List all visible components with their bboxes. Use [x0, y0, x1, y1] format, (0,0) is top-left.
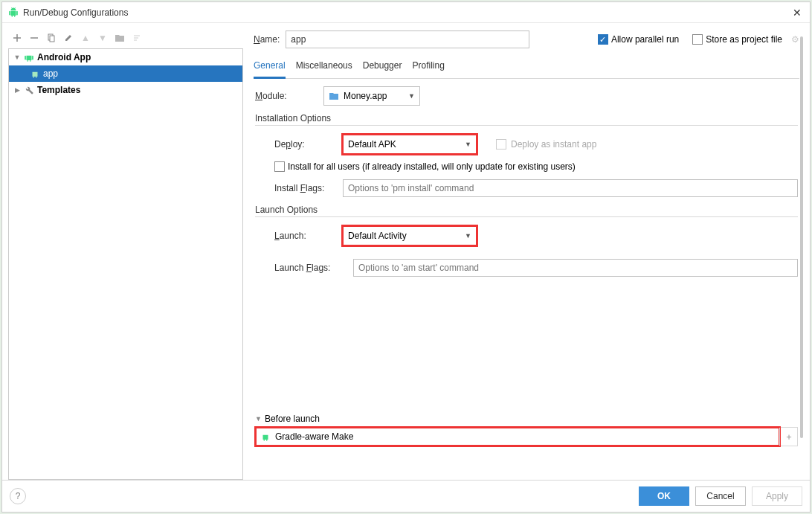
- before-launch-add-button[interactable]: ＋: [779, 428, 797, 446]
- name-input[interactable]: [286, 30, 529, 48]
- launch-options-title: Launch Options: [255, 205, 798, 215]
- deploy-label: Deploy:: [274, 139, 335, 150]
- tree-node-app[interactable]: app: [9, 65, 242, 82]
- titlebar: Run/Debug Configurations ✕: [2, 2, 810, 23]
- module-value: Money.app: [344, 91, 387, 101]
- scrollbar[interactable]: [799, 30, 804, 447]
- tree-label: Android App: [37, 52, 242, 62]
- deploy-instant-label: Deploy as instant app: [511, 139, 596, 150]
- divider: [255, 216, 798, 217]
- folder-icon: [329, 91, 339, 100]
- launch-flags-input[interactable]: [353, 259, 798, 277]
- tree-label: app: [43, 68, 242, 79]
- checkbox-icon: [274, 161, 285, 172]
- left-panel: ▲ ▼ ▼ Android App app ▶ Templat: [8, 30, 243, 480]
- move-up-button[interactable]: ▲: [80, 32, 91, 44]
- deploy-instant-checkbox: Deploy as instant app: [496, 139, 596, 150]
- right-panel: Name: ✓ Allow parallel run Store as proj…: [249, 30, 804, 480]
- module-label: Module:: [255, 91, 316, 101]
- divider: [255, 125, 798, 126]
- install-flags-label: Install Flags:: [274, 183, 335, 193]
- run-debug-config-dialog: Run/Debug Configurations ✕ ▲ ▼ ▼ Android…: [1, 1, 811, 513]
- remove-config-button[interactable]: [28, 32, 40, 44]
- dialog-title: Run/Debug Configurations: [23, 7, 790, 18]
- module-select[interactable]: Money.app ▼: [323, 86, 420, 106]
- tree-label: Templates: [37, 85, 242, 95]
- tree-node-android-app[interactable]: ▼ Android App: [9, 49, 242, 65]
- android-icon: [260, 431, 271, 442]
- android-icon: [8, 7, 19, 18]
- install-flags-input[interactable]: [343, 179, 798, 197]
- apply-button[interactable]: Apply: [752, 486, 802, 506]
- checkbox-icon: [692, 34, 703, 45]
- sort-button[interactable]: [131, 32, 143, 44]
- cancel-button[interactable]: Cancel: [695, 486, 746, 506]
- collapse-icon[interactable]: ▼: [255, 415, 262, 423]
- launch-value: Default Activity: [348, 231, 407, 241]
- chevron-down-icon: ▼: [408, 92, 415, 100]
- tab-debugger[interactable]: Debugger: [363, 56, 402, 78]
- checkbox-icon: ✓: [598, 34, 608, 45]
- store-as-project-checkbox[interactable]: Store as project file: [692, 34, 782, 45]
- allow-parallel-checkbox[interactable]: ✓ Allow parallel run: [598, 34, 679, 45]
- name-label: Name:: [254, 34, 280, 45]
- tab-miscellaneous[interactable]: Miscellaneous: [296, 56, 352, 78]
- edit-defaults-button[interactable]: [62, 32, 74, 44]
- folder-button[interactable]: [114, 32, 126, 44]
- svg-rect-1: [50, 36, 54, 42]
- chevron-down-icon: ▼: [465, 141, 471, 148]
- move-down-button[interactable]: ▼: [97, 32, 109, 44]
- launch-select[interactable]: Default Activity ▼: [343, 226, 477, 245]
- dialog-footer: ? OK Cancel Apply: [2, 480, 810, 512]
- launch-label: Launch:: [274, 231, 335, 241]
- add-config-button[interactable]: [11, 32, 23, 44]
- deploy-select[interactable]: Default APK ▼: [343, 135, 477, 154]
- config-tree[interactable]: ▼ Android App app ▶ Templates: [8, 48, 243, 480]
- before-launch-list: Gradle-aware Make ＋: [255, 427, 798, 446]
- deploy-value: Default APK: [348, 139, 396, 150]
- before-launch-section: ▼ Before launch Gradle-aware Make ＋: [255, 414, 798, 446]
- help-button[interactable]: ?: [10, 488, 26, 504]
- wrench-icon: [24, 85, 34, 95]
- general-tab-panel: Module: Money.app ▼ Installation Options…: [254, 79, 799, 480]
- checkbox-icon: [496, 139, 506, 150]
- close-button[interactable]: ✕: [790, 6, 804, 19]
- expand-icon: ▶: [12, 86, 22, 94]
- chevron-down-icon: ▼: [465, 232, 471, 240]
- expand-icon: ▼: [12, 54, 22, 61]
- tabs: General Miscellaneous Debugger Profiling: [254, 54, 799, 79]
- copy-config-button[interactable]: [45, 32, 57, 44]
- config-toolbar: ▲ ▼: [8, 30, 243, 48]
- tab-profiling[interactable]: Profiling: [412, 56, 444, 78]
- name-row: Name: ✓ Allow parallel run Store as proj…: [254, 30, 799, 48]
- ok-button[interactable]: OK: [639, 486, 689, 506]
- install-options-title: Installation Options: [255, 113, 798, 123]
- install-all-users-checkbox[interactable]: Install for all users (if already instal…: [274, 161, 576, 172]
- tab-general[interactable]: General: [254, 56, 286, 79]
- scrollbar-thumb[interactable]: [800, 36, 803, 438]
- tree-node-templates[interactable]: ▶ Templates: [9, 82, 242, 98]
- before-launch-item-label: Gradle-aware Make: [275, 431, 353, 442]
- android-icon: [24, 52, 34, 62]
- gear-icon[interactable]: ⚙: [791, 34, 799, 45]
- android-icon: [30, 68, 40, 79]
- install-all-label: Install for all users (if already instal…: [288, 161, 576, 172]
- store-project-label: Store as project file: [706, 34, 782, 45]
- launch-flags-label: Launch Flags:: [274, 263, 346, 273]
- dialog-body: ▲ ▼ ▼ Android App app ▶ Templat: [2, 23, 810, 480]
- before-launch-item[interactable]: Gradle-aware Make: [256, 428, 779, 446]
- allow-parallel-label: Allow parallel run: [611, 34, 679, 45]
- before-launch-label: Before launch: [265, 414, 320, 424]
